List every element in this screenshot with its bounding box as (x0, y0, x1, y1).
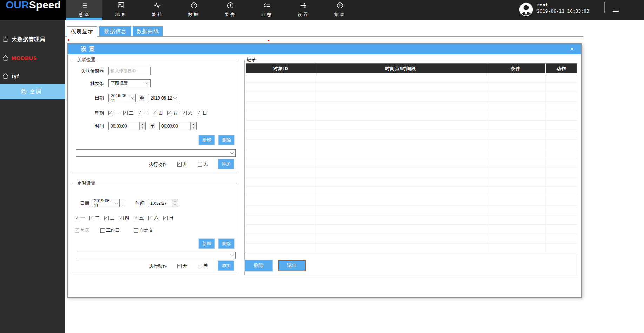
table-row[interactable] (246, 149, 577, 158)
sidebar-item-big-data-bureau[interactable]: 大数据管理局 (0, 33, 65, 45)
timer-weekday-checkbox-2[interactable] (104, 216, 109, 220)
sidebar-item-modbus[interactable]: MODBUS (0, 52, 65, 64)
timer-weekday-checkbox-1[interactable] (89, 216, 94, 220)
records-column-header-3[interactable]: 动作 (546, 64, 577, 73)
records-column-header-2[interactable]: 条件 (486, 64, 546, 73)
timer-weekday-checkbox-0[interactable] (75, 216, 79, 220)
table-row[interactable] (246, 92, 577, 102)
workday-checkbox[interactable] (100, 228, 105, 233)
nav-item-log[interactable]: 日志 (248, 0, 285, 20)
records-exit-button[interactable]: 退出 (278, 260, 306, 271)
nav-item-help[interactable]: 帮助 (321, 0, 358, 20)
spinner-up-icon[interactable]: ▲ (191, 122, 196, 126)
assoc-date-to-select[interactable]: 2019-06-12 (148, 94, 178, 102)
spinner-buttons[interactable]: ▲▼ (139, 122, 145, 130)
table-row[interactable] (246, 102, 577, 111)
assoc-weekday-checkbox-3[interactable] (153, 111, 157, 115)
nav-item-alert[interactable]: 警告 (212, 0, 248, 20)
settings-dialog: 设置 × 关联设置 关联传感器 输入传感器ID 触发条 下限报警 日期 2019… (67, 43, 582, 298)
timer-time-spinner[interactable]: 10:32:27▲▼ (148, 199, 178, 207)
nav-label: 日志 (261, 12, 272, 18)
spinner-buttons[interactable]: ▲▼ (172, 199, 178, 207)
table-row[interactable] (246, 121, 577, 130)
table-row[interactable] (246, 244, 577, 253)
timer-date-extra-checkbox[interactable] (122, 201, 126, 205)
spinner-up-icon[interactable]: ▲ (140, 122, 145, 126)
spinner-buttons[interactable]: ▲▼ (190, 122, 196, 130)
table-row[interactable] (246, 225, 577, 234)
assoc-off-checkbox[interactable] (198, 162, 202, 166)
table-cell (546, 111, 577, 120)
table-row[interactable] (246, 140, 577, 149)
timer-off-checkbox[interactable] (198, 264, 202, 268)
assoc-date-from-select[interactable]: 2019-06-11 (108, 94, 136, 102)
spinner-down-icon[interactable]: ▼ (191, 126, 196, 130)
nav-item-settings[interactable]: 设置 (285, 0, 321, 20)
table-cell (546, 83, 577, 92)
minimize-icon[interactable] (613, 11, 619, 12)
assoc-weekday-checkbox-5[interactable] (182, 111, 187, 115)
timer-weekday-checkbox-4[interactable] (134, 216, 138, 220)
records-delete-button[interactable]: 删除 (245, 260, 273, 271)
timer-weekday-checkbox-5[interactable] (148, 216, 153, 220)
table-cell (486, 177, 546, 186)
table-row[interactable] (246, 215, 577, 225)
dialog-title-bar[interactable]: 设置 (68, 44, 581, 54)
table-row[interactable] (246, 177, 577, 187)
assoc-weekday-checkbox-0[interactable] (108, 111, 113, 115)
sidebar-item-tyf[interactable]: tyf (0, 70, 65, 82)
assoc-weekday-checkbox-1[interactable] (123, 111, 128, 115)
sidebar-item-air-conditioner[interactable]: 空调 (0, 84, 65, 99)
timer-target-combobox[interactable] (76, 252, 236, 259)
assoc-time-from-spinner[interactable]: 00:00:00▲▼ (108, 122, 146, 130)
close-icon[interactable]: × (567, 44, 577, 54)
spinner-down-icon[interactable]: ▼ (140, 126, 145, 130)
table-row[interactable] (246, 158, 577, 168)
table-row[interactable] (246, 130, 577, 140)
assoc-on-checkbox[interactable] (177, 162, 182, 166)
assoc-delete-button[interactable]: 删除 (218, 135, 234, 145)
table-row[interactable] (246, 196, 577, 206)
timer-append-button[interactable]: 添加 (218, 261, 234, 271)
records-column-header-0[interactable]: 对象ID (246, 64, 316, 73)
home-icon (2, 73, 9, 80)
timer-add-button[interactable]: 新增 (199, 239, 215, 249)
nav-item-energy[interactable]: 能耗 (139, 0, 175, 20)
custom-checkbox[interactable] (134, 228, 138, 233)
table-cell (246, 83, 316, 92)
records-column-header-1[interactable]: 时间点/时间段 (316, 64, 486, 73)
tab-meter-display[interactable]: 仪表显示 (67, 26, 97, 37)
assoc-weekday-checkbox-6[interactable] (197, 111, 201, 115)
assoc-weekday-checkbox-2[interactable] (138, 111, 142, 115)
table-row[interactable] (246, 206, 577, 215)
table-row[interactable] (246, 73, 577, 83)
assoc-append-button[interactable]: 添加 (218, 159, 234, 169)
nav-item-data[interactable]: 数据 (175, 0, 212, 20)
spinner-up-icon[interactable]: ▲ (172, 199, 178, 203)
sidebar: 大数据管理局MODBUStyf空调 (0, 20, 65, 333)
table-cell (486, 168, 546, 177)
timer-on-checkbox[interactable] (177, 264, 182, 268)
assoc-weekday-checkbox-4[interactable] (167, 111, 172, 115)
table-row[interactable] (246, 187, 577, 196)
spinner-down-icon[interactable]: ▼ (172, 203, 178, 207)
assoc-target-combobox[interactable] (76, 149, 236, 157)
timer-date-select[interactable]: 2019-06-11 (92, 199, 120, 207)
nav-item-map[interactable]: 地图 (102, 0, 139, 20)
table-cell (316, 140, 486, 149)
everyday-checkbox[interactable] (75, 228, 79, 233)
table-row[interactable] (246, 168, 577, 177)
table-row[interactable] (246, 111, 577, 121)
sensor-id-input[interactable]: 输入传感器ID (108, 67, 151, 75)
trigger-select[interactable]: 下限报警 (108, 79, 151, 87)
tab-data-curve[interactable]: 数据曲线 (133, 26, 163, 36)
timer-delete-button[interactable]: 删除 (218, 239, 234, 249)
nav-item-overview[interactable]: 总览 (66, 0, 102, 20)
assoc-time-to-spinner[interactable]: 00:00:00▲▼ (159, 122, 197, 130)
timer-weekday-checkbox-6[interactable] (163, 216, 168, 220)
assoc-add-button[interactable]: 新增 (199, 135, 215, 145)
timer-weekday-checkbox-3[interactable] (119, 216, 124, 220)
table-row[interactable] (246, 83, 577, 92)
table-row[interactable] (246, 234, 577, 244)
tab-data-info[interactable]: 数据信息 (99, 26, 131, 36)
